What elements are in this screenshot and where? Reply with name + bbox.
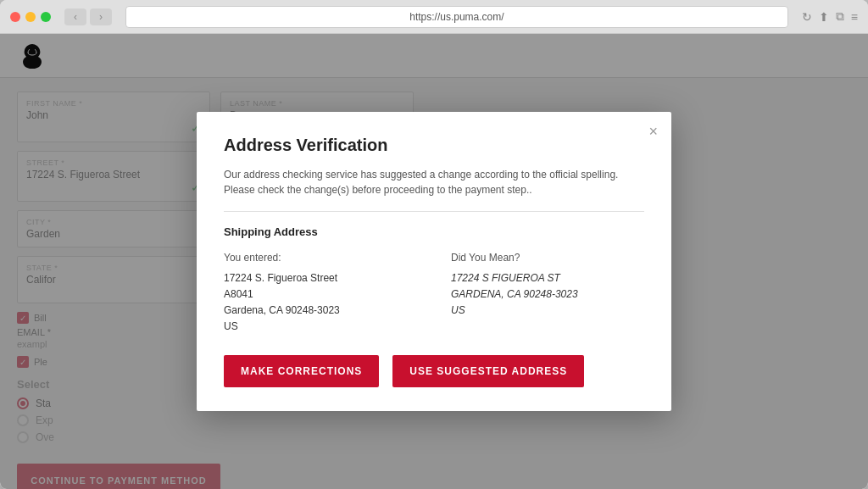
minimize-traffic-light[interactable] (25, 12, 36, 22)
make-corrections-button[interactable]: MAKE CORRECTIONS (224, 355, 379, 387)
duplicate-icon[interactable]: ⧉ (836, 9, 844, 24)
traffic-lights (10, 12, 51, 22)
use-suggested-address-button[interactable]: USE SUGGESTED ADDRESS (392, 355, 584, 387)
address-bar[interactable]: https://us.puma.com/ (125, 6, 788, 28)
nav-buttons: ‹ › (64, 8, 112, 25)
shipping-address-label: Shipping Address (224, 225, 644, 238)
forward-button[interactable]: › (90, 8, 112, 25)
back-button[interactable]: ‹ (64, 8, 86, 25)
entered-address: 17224 S. Figueroa Street A8041 Gardena, … (224, 270, 417, 336)
page-content: FIRST NAME * John ✓ LAST NAME * Doe ✓ QT… (0, 34, 868, 489)
entered-address-column: You entered: 17224 S. Figueroa Street A8… (224, 252, 417, 336)
menu-icon[interactable]: ≡ (851, 10, 858, 24)
modal-buttons: MAKE CORRECTIONS USE SUGGESTED ADDRESS (224, 355, 644, 387)
fullscreen-traffic-light[interactable] (41, 12, 51, 22)
modal-overlay[interactable]: × Address Verification Our address check… (0, 34, 868, 489)
entered-label: You entered: (224, 252, 417, 264)
suggested-address: 17224 S FIGUEROA ST GARDENA, CA 90248-30… (451, 270, 644, 320)
modal-description: Our address checking service has suggest… (224, 167, 644, 212)
close-traffic-light[interactable] (10, 12, 20, 22)
reload-icon[interactable]: ↻ (802, 10, 812, 24)
address-verification-modal: × Address Verification Our address check… (197, 112, 671, 412)
share-icon[interactable]: ⬆ (819, 10, 829, 24)
suggested-label: Did You Mean? (451, 252, 644, 264)
browser-titlebar: ‹ › https://us.puma.com/ ↻ ⬆ ⧉ ≡ (0, 0, 868, 34)
modal-title: Address Verification (224, 136, 644, 155)
url-text: https://us.puma.com/ (409, 11, 504, 23)
address-comparison: You entered: 17224 S. Figueroa Street A8… (224, 252, 644, 336)
suggested-address-column: Did You Mean? 17224 S FIGUEROA ST GARDEN… (451, 252, 644, 336)
modal-close-button[interactable]: × (648, 124, 658, 139)
browser-actions: ↻ ⬆ ⧉ ≡ (802, 9, 858, 24)
